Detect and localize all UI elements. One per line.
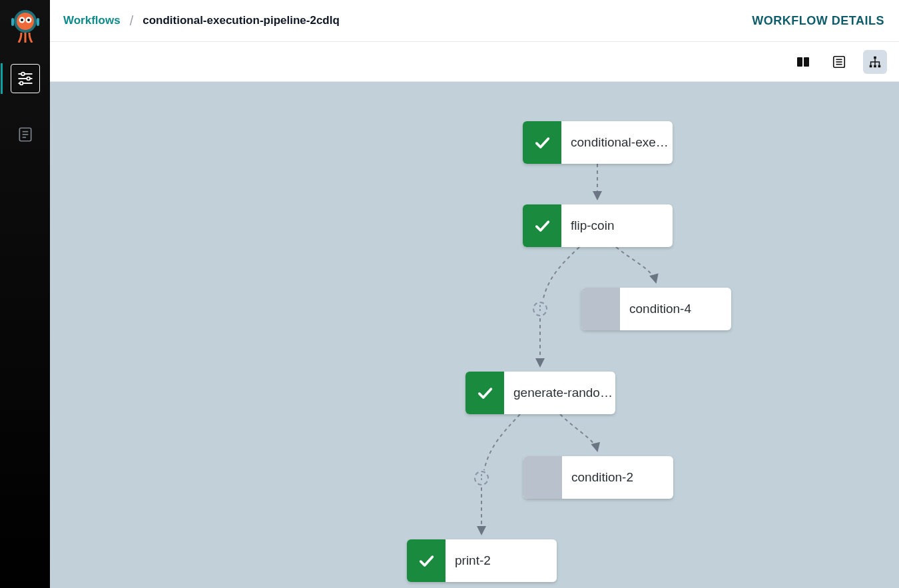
- argo-logo: [6, 5, 45, 44]
- graph-node-n3[interactable]: condition-4: [581, 288, 731, 330]
- view-toolbar: [50, 42, 899, 82]
- graph-view-button[interactable]: [863, 50, 887, 74]
- graph-canvas[interactable]: conditional-exe…flip-coincondition-4gene…: [50, 82, 899, 588]
- graph-node-n5[interactable]: condition-2: [523, 456, 673, 499]
- graph-node-n6[interactable]: print-2: [407, 539, 557, 582]
- svg-rect-27: [878, 65, 881, 67]
- svg-rect-6: [11, 18, 14, 26]
- graph-node-n2[interactable]: flip-coin: [523, 204, 673, 247]
- svg-point-4: [21, 19, 23, 21]
- svg-point-11: [27, 77, 30, 81]
- svg-rect-19: [804, 57, 809, 67]
- sidebar: [0, 0, 50, 588]
- check-icon: [475, 384, 494, 402]
- header: Workflows / conditional-execution-pipeli…: [50, 0, 899, 42]
- columns-view-button[interactable]: [791, 50, 815, 74]
- list-icon: [832, 55, 846, 69]
- succeeded-status-icon: [407, 539, 446, 582]
- svg-rect-26: [874, 65, 876, 67]
- svg-point-13: [19, 82, 23, 85]
- node-label: generate-rando…: [504, 372, 615, 414]
- sliders-icon: [16, 69, 35, 88]
- workflows-nav[interactable]: [11, 64, 40, 93]
- breadcrumb: Workflows / conditional-execution-pipeli…: [63, 13, 340, 29]
- svg-point-1: [17, 13, 34, 30]
- graph-junction-j2: [474, 471, 489, 485]
- svg-rect-24: [874, 56, 876, 59]
- main-area: Workflows / conditional-execution-pipeli…: [50, 0, 899, 588]
- svg-point-5: [27, 19, 30, 21]
- argo-logo-icon: [7, 7, 43, 43]
- book-icon: [17, 126, 34, 143]
- graph-junction-j1: [533, 302, 547, 316]
- columns-icon: [795, 54, 811, 70]
- workflow-details-link[interactable]: WORKFLOW DETAILS: [752, 14, 884, 28]
- check-icon: [417, 551, 436, 570]
- succeeded-status-icon: [523, 121, 561, 164]
- succeeded-status-icon: [523, 204, 561, 247]
- succeeded-status-icon: [465, 372, 504, 414]
- svg-point-9: [21, 73, 25, 76]
- breadcrumb-current: conditional-execution-pipeline-2cdlq: [143, 14, 340, 27]
- skipped-status-icon: [523, 456, 562, 499]
- node-label: conditional-exe…: [561, 121, 673, 164]
- check-icon: [533, 216, 551, 235]
- breadcrumb-root[interactable]: Workflows: [63, 14, 121, 27]
- svg-rect-25: [870, 65, 872, 67]
- svg-rect-7: [37, 18, 39, 26]
- node-label: condition-2: [562, 456, 673, 499]
- node-label: condition-4: [620, 288, 731, 330]
- svg-rect-18: [797, 57, 802, 67]
- templates-nav[interactable]: [11, 120, 40, 149]
- graph-edges: [50, 82, 899, 588]
- skipped-status-icon: [581, 288, 620, 330]
- check-icon: [533, 133, 551, 152]
- graph-node-n1[interactable]: conditional-exe…: [523, 121, 673, 164]
- graph-node-n4[interactable]: generate-rando…: [465, 372, 615, 414]
- node-label: flip-coin: [561, 204, 673, 247]
- node-label: print-2: [446, 539, 557, 582]
- list-view-button[interactable]: [827, 50, 851, 74]
- sitemap-icon: [868, 55, 882, 69]
- breadcrumb-sep: /: [130, 13, 134, 29]
